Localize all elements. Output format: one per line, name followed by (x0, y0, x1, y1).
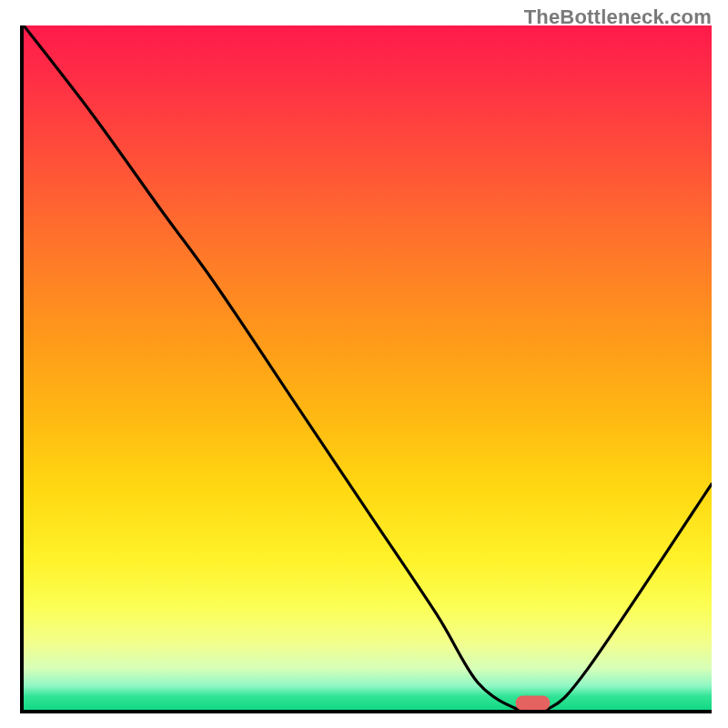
watermark-text: TheBottleneck.com (524, 5, 712, 29)
y-axis-line (20, 25, 24, 710)
chart-frame: TheBottleneck.com (0, 0, 728, 728)
x-axis-line (20, 710, 712, 713)
optimum-marker (515, 695, 550, 710)
plot-wrap (20, 25, 712, 713)
marker-layer (24, 25, 712, 710)
plot-area (24, 25, 712, 710)
